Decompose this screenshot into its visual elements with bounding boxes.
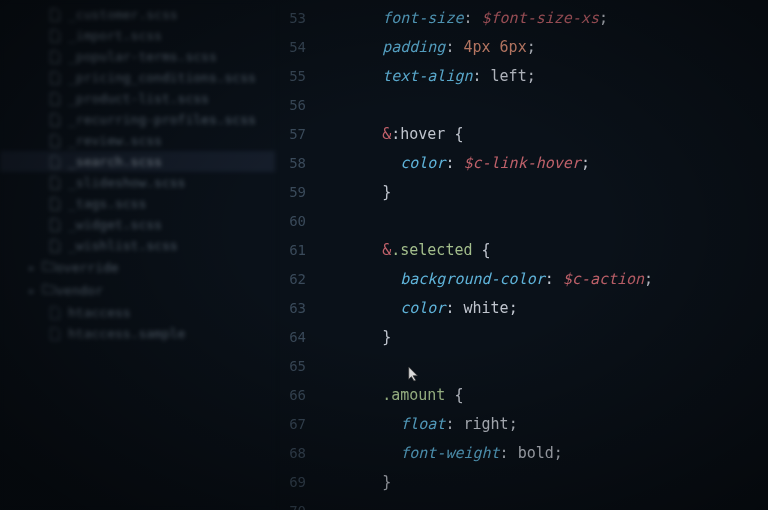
- file-icon: [48, 197, 62, 211]
- file-icon: [48, 8, 62, 22]
- token: :hover: [391, 125, 454, 143]
- line-number: 57: [275, 120, 320, 149]
- file-icon: [48, 218, 62, 232]
- code-line[interactable]: text-align: left;: [328, 62, 768, 91]
- line-number: 55: [275, 62, 320, 91]
- file-item[interactable]: htaccess: [0, 302, 275, 323]
- token: :: [500, 444, 518, 462]
- token: 4px 6px: [463, 38, 526, 56]
- file-label: _review.scss: [68, 133, 162, 148]
- file-icon: [48, 50, 62, 64]
- line-number: 59: [275, 178, 320, 207]
- file-item[interactable]: _tags.scss: [0, 193, 275, 214]
- token: text-align: [382, 67, 472, 85]
- file-item[interactable]: _review.scss: [0, 130, 275, 151]
- file-item[interactable]: _product-list.scss: [0, 88, 275, 109]
- token: :: [445, 415, 463, 433]
- token: ;: [599, 9, 608, 27]
- code-line[interactable]: }: [328, 178, 768, 207]
- code-editor[interactable]: font-size: $font-size-xs; padding: 4px 6…: [320, 0, 768, 510]
- token: ;: [581, 154, 590, 172]
- folder-icon: [42, 282, 56, 299]
- code-line[interactable]: }: [328, 468, 768, 497]
- code-line[interactable]: font-size: $font-size-xs;: [328, 4, 768, 33]
- file-icon: [48, 29, 62, 43]
- token: }: [382, 473, 391, 491]
- file-item[interactable]: _widget.scss: [0, 214, 275, 235]
- line-number: 66: [275, 381, 320, 410]
- line-number: 70: [275, 497, 320, 510]
- file-label: htaccess: [68, 305, 131, 320]
- file-item[interactable]: _recurring-profiles.scss: [0, 109, 275, 130]
- token: padding: [382, 38, 445, 56]
- token: ;: [527, 38, 536, 56]
- token: color: [400, 299, 445, 317]
- code-line[interactable]: background-color: $c-action;: [328, 265, 768, 294]
- code-line[interactable]: [328, 352, 768, 381]
- file-label: _customer.scss: [68, 7, 178, 22]
- token: :: [473, 67, 491, 85]
- line-number: 69: [275, 468, 320, 497]
- token: :: [445, 38, 463, 56]
- code-line[interactable]: &.selected {: [328, 236, 768, 265]
- code-line[interactable]: [328, 207, 768, 236]
- line-number: 68: [275, 439, 320, 468]
- code-line[interactable]: }: [328, 323, 768, 352]
- folder-label: override: [56, 260, 119, 275]
- line-number: 65: [275, 352, 320, 381]
- code-line[interactable]: &:hover {: [328, 120, 768, 149]
- code-line[interactable]: color: $c-link-hover;: [328, 149, 768, 178]
- token: bold: [518, 444, 554, 462]
- file-item[interactable]: _slideshow.scss: [0, 172, 275, 193]
- token: $font-size-xs: [482, 9, 599, 27]
- token: font-size: [382, 9, 463, 27]
- code-line[interactable]: [328, 91, 768, 120]
- file-icon: [48, 71, 62, 85]
- token: }: [382, 328, 391, 346]
- code-line[interactable]: float: right;: [328, 410, 768, 439]
- token: :: [445, 154, 463, 172]
- file-label: _recurring-profiles.scss: [68, 112, 256, 127]
- token: .selected: [391, 241, 481, 259]
- line-number: 54: [275, 33, 320, 62]
- file-item[interactable]: _pricing_conditions.scss: [0, 67, 275, 88]
- code-line[interactable]: [328, 497, 768, 510]
- chevron-right-icon: ▸: [28, 260, 38, 275]
- line-number: 64: [275, 323, 320, 352]
- folder-item[interactable]: ▸ override: [0, 256, 275, 279]
- token: $c-link-hover: [463, 154, 580, 172]
- file-item[interactable]: _import.scss: [0, 25, 275, 46]
- file-item[interactable]: htaccess.sample: [0, 323, 275, 344]
- file-item[interactable]: _search.scss: [0, 151, 275, 172]
- file-icon: [48, 134, 62, 148]
- folder-icon: [42, 259, 56, 276]
- line-number: 60: [275, 207, 320, 236]
- line-number: 61: [275, 236, 320, 265]
- file-item[interactable]: _popular-terms.scss: [0, 46, 275, 67]
- file-item[interactable]: _customer.scss: [0, 4, 275, 25]
- line-number: 67: [275, 410, 320, 439]
- file-label: _pricing_conditions.scss: [68, 70, 256, 85]
- token: }: [382, 183, 391, 201]
- token: :: [463, 9, 481, 27]
- code-line[interactable]: font-weight: bold;: [328, 439, 768, 468]
- token: float: [400, 415, 445, 433]
- file-icon: [48, 155, 62, 169]
- file-label: _tags.scss: [68, 196, 146, 211]
- mouse-cursor-icon: [407, 365, 421, 383]
- file-icon: [48, 113, 62, 127]
- token: :: [545, 270, 563, 288]
- file-icon: [48, 306, 62, 320]
- line-number: 63: [275, 294, 320, 323]
- code-line[interactable]: padding: 4px 6px;: [328, 33, 768, 62]
- code-line[interactable]: .amount {: [328, 381, 768, 410]
- code-line[interactable]: color: white;: [328, 294, 768, 323]
- folder-item[interactable]: ▸ vendor: [0, 279, 275, 302]
- line-number: 56: [275, 91, 320, 120]
- token: background-color: [400, 270, 545, 288]
- token: {: [454, 386, 463, 404]
- token: &: [382, 241, 391, 259]
- file-item[interactable]: _wishlist.scss: [0, 235, 275, 256]
- file-icon: [48, 239, 62, 253]
- token: ;: [644, 270, 653, 288]
